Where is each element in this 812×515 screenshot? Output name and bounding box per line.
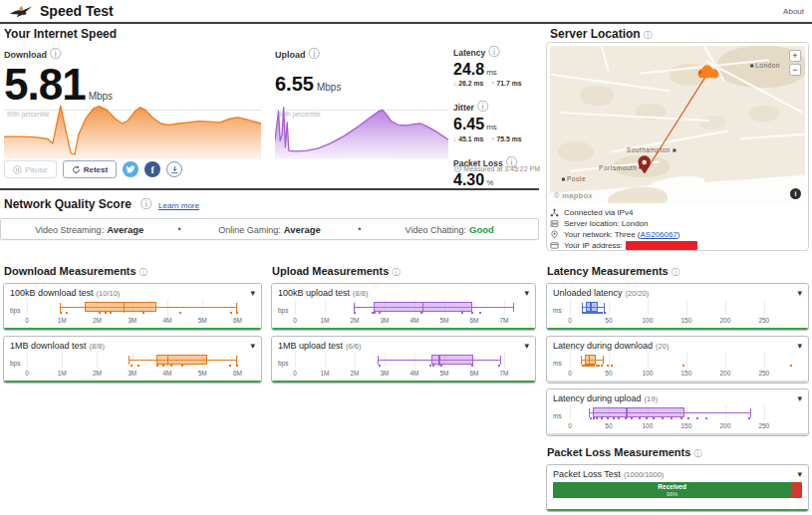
info-icon[interactable]: ⓘ: [488, 45, 500, 59]
measurement-card-count: (20): [656, 342, 669, 351]
whisker-cap: [589, 408, 590, 417]
measurement-card-header[interactable]: Unloaded latency(20/20)▾: [553, 288, 802, 298]
pause-icon: [13, 165, 22, 174]
connection-detail-row: Your IP address:: [550, 240, 805, 251]
chevron-down-icon[interactable]: ▾: [524, 288, 529, 298]
up-arrow-icon: ↑: [491, 135, 494, 142]
axis-tick-label: 200: [719, 370, 730, 377]
upload-value: 6.55: [275, 73, 314, 95]
download-results-button[interactable]: [166, 161, 182, 177]
info-icon[interactable]: ⓘ: [672, 268, 679, 277]
map-zoom-out-button[interactable]: −: [789, 64, 801, 76]
measurement-card-header[interactable]: Latency during upload(19)▾: [553, 393, 802, 403]
info-icon[interactable]: ⓘ: [644, 30, 653, 40]
info-icon[interactable]: ⓘ: [693, 449, 701, 458]
axis-tick-label: 3M: [380, 317, 389, 324]
gridline: [325, 353, 326, 368]
quality-item-label: Video Streaming:: [35, 225, 104, 235]
app-header: Speed Test About: [0, 0, 812, 24]
box: [585, 355, 596, 365]
measurement-card-header[interactable]: Latency during download(20)▾: [553, 341, 802, 351]
info-icon[interactable]: ⓘ: [392, 268, 400, 277]
whisker-cap: [513, 303, 514, 312]
info-icon[interactable]: ⓘ: [50, 47, 62, 61]
pause-button[interactable]: Pause: [4, 160, 57, 178]
map-zoom-in-button[interactable]: +: [789, 50, 801, 62]
card-progress-line: [272, 381, 535, 383]
chevron-down-icon[interactable]: ▾: [797, 469, 802, 479]
data-point: [99, 312, 101, 314]
quality-item-value: Good: [469, 224, 494, 235]
data-point: [137, 365, 139, 367]
server-pin-icon: [639, 155, 651, 173]
card-progress-line: [547, 381, 808, 383]
twitter-share-button[interactable]: [123, 161, 138, 177]
map[interactable]: SouthamptonPortsmouthPooleLondon + − i ©…: [550, 46, 805, 203]
whisker-cap: [582, 303, 583, 312]
measurement-card-header[interactable]: Packet Loss Test(1000/1000)▾: [553, 469, 802, 479]
data-point: [671, 417, 673, 419]
map-attribution-info-button[interactable]: i: [790, 188, 801, 199]
info-icon[interactable]: ⓘ: [140, 196, 152, 213]
plot-area: [295, 353, 522, 368]
data-point: [596, 417, 598, 419]
box: [586, 302, 598, 312]
measurement-card-count: (8/8): [353, 289, 368, 298]
measurement-card-header[interactable]: 1MB upload test(6/6)▾: [278, 341, 529, 351]
section-divider: [0, 188, 539, 190]
learn-more-link[interactable]: Learn more: [158, 201, 199, 210]
latency-metric: Latencyⓘ 24.8ms ↓ 26.2 ms↑ 71.7 ms: [453, 42, 541, 87]
chevron-down-icon[interactable]: ▾: [250, 288, 255, 298]
data-point: [432, 365, 434, 367]
data-point: [748, 417, 750, 419]
data-point: [680, 417, 682, 419]
data-point: [374, 312, 376, 314]
retest-button[interactable]: Retest: [63, 160, 117, 178]
axis-tick-label: 150: [680, 317, 691, 324]
network-quality-title: Network Quality Score: [4, 197, 132, 211]
upload-speed-chart: 90th percentile: [275, 98, 448, 159]
data-point: [236, 365, 238, 367]
chevron-down-icon[interactable]: ▾: [250, 341, 255, 351]
boxplot-chart: bps01M2M3M4M5M6M7M: [278, 353, 529, 379]
info-icon[interactable]: ⓘ: [139, 268, 147, 277]
mapbox-logo[interactable]: © mapbox: [554, 191, 593, 200]
data-point: [142, 312, 144, 314]
chevron-down-icon[interactable]: ▾: [797, 288, 802, 298]
chevron-down-icon[interactable]: ▾: [524, 341, 529, 351]
measurement-card-label: 1MB upload test: [278, 341, 343, 351]
latency-download-value: ↓ 26.2 ms: [453, 80, 483, 87]
map-route-overlay: [550, 46, 805, 203]
download-measurements-title: Download Measurementsⓘ: [4, 265, 262, 278]
x-axis: 050100150200250: [570, 317, 795, 325]
gridline: [295, 300, 296, 315]
axis-tick-label: 0: [25, 317, 29, 324]
measurement-card-header[interactable]: 100kB download test(10/10)▾: [10, 288, 255, 298]
chevron-down-icon[interactable]: ▾: [797, 393, 802, 403]
boxplot-chart: bps01M2M3M4M5M6M: [10, 300, 255, 326]
data-point: [471, 365, 473, 367]
measurement-card-label: 1MB download test: [10, 341, 87, 351]
chevron-down-icon[interactable]: ▾: [797, 341, 802, 351]
data-point: [607, 365, 609, 367]
measurement-card-count: (20/20): [626, 289, 650, 298]
asn-link[interactable]: AS206067: [640, 230, 677, 239]
data-point: [461, 312, 463, 314]
median-line: [124, 302, 126, 313]
about-link[interactable]: About: [783, 7, 804, 16]
facebook-share-button[interactable]: f: [144, 161, 160, 177]
axis-unit-label: bps: [278, 360, 288, 367]
info-icon[interactable]: ⓘ: [477, 100, 489, 114]
measurement-card-header[interactable]: 1MB download test(8/8)▾: [10, 341, 255, 351]
whisker-cap: [378, 356, 379, 365]
cloudflare-cloud-icon: [698, 65, 719, 78]
latency-upload-value: ↑ 71.7 ms: [491, 80, 521, 87]
page-title: Speed Test: [40, 3, 114, 19]
download-speed-chart: 90th percentile: [4, 98, 261, 159]
info-icon[interactable]: ⓘ: [309, 47, 321, 61]
measurement-card-header[interactable]: 100kB upload test(8/8)▾: [278, 288, 529, 298]
plot-area: [570, 300, 795, 315]
axis-tick-label: 5M: [198, 317, 207, 324]
connection-detail-row: Server location: London: [550, 218, 805, 229]
axis-tick-label: 0: [25, 370, 29, 377]
